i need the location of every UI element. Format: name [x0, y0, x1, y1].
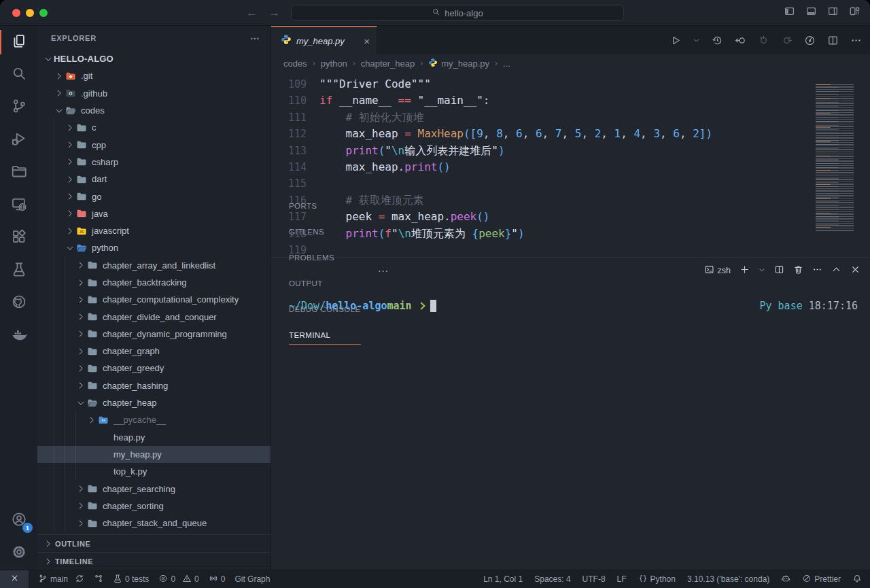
eol[interactable]: LF	[617, 574, 627, 584]
more-actions-icon[interactable]	[850, 35, 862, 46]
tests-indicator[interactable]: 0 tests	[113, 574, 149, 585]
close-window-button[interactable]	[12, 9, 20, 17]
encoding[interactable]: UTF-8	[582, 574, 606, 584]
tree-item--github[interactable]: .github	[37, 85, 271, 102]
zoom-window-button[interactable]	[39, 9, 48, 17]
customize-layout-icon[interactable]	[849, 5, 860, 20]
split-terminal-icon[interactable]	[774, 264, 784, 277]
terminal-controls: zsh	[704, 258, 860, 283]
kill-terminal-icon[interactable]	[793, 264, 803, 277]
activity-docker[interactable]	[0, 319, 37, 352]
terminal-dropdown-icon[interactable]	[759, 266, 765, 275]
breadcrumb-symbol[interactable]: ...	[503, 58, 510, 69]
activity-extensions[interactable]	[0, 222, 37, 254]
tree-item-chapter-sorting[interactable]: chapter_sorting	[37, 498, 271, 515]
command-center-search[interactable]: hello-algo	[291, 5, 624, 21]
history-back-icon[interactable]: ←	[246, 6, 258, 20]
minimap[interactable]	[816, 77, 860, 234]
tab-my-heap[interactable]: my_heap.py ×	[271, 26, 377, 54]
tree-item-chapter-divide-and-conquer[interactable]: chapter_divide_and_conquer	[37, 308, 271, 325]
nav-back-icon[interactable]	[758, 35, 769, 46]
activity-search[interactable]	[0, 58, 37, 91]
history-forward-icon[interactable]: →	[268, 6, 280, 20]
tree-item-chapter-greedy[interactable]: chapter_greedy	[37, 360, 271, 377]
activity-testing[interactable]	[0, 254, 37, 287]
activity-remote-explorer[interactable]	[0, 189, 37, 222]
tree-item-codes[interactable]: codes	[37, 102, 271, 119]
tree-item-top-k-py[interactable]: top_k.py	[37, 463, 271, 480]
tree-item-c[interactable]: c	[37, 119, 271, 136]
activity-github[interactable]	[0, 287, 37, 319]
tree-item-chapter-hashing[interactable]: chapter_hashing	[37, 377, 271, 394]
tree-item-chapter-computational-complexity[interactable]: chapter_computational_complexity	[37, 291, 271, 308]
tree-item-chapter-heap[interactable]: chapter_heap	[37, 394, 271, 411]
file-history-icon[interactable]	[712, 35, 723, 46]
tree-item-chapter-graph[interactable]: chapter_graph	[37, 343, 271, 360]
prettier-status[interactable]: Prettier	[802, 574, 841, 585]
activity-accounts[interactable]: 1	[0, 504, 37, 537]
ports-indicator[interactable]: 0	[209, 574, 226, 585]
gitlens-compare-icon[interactable]	[735, 35, 746, 46]
minimize-window-button[interactable]	[26, 9, 34, 17]
tree-item--pycache-[interactable]: __pycache__	[37, 411, 271, 428]
activity-source-control[interactable]	[0, 91, 37, 124]
activity-project-folder[interactable]	[0, 156, 37, 189]
tree-item-java[interactable]: java	[37, 205, 271, 222]
panel-tabs-more[interactable]: ⋯	[378, 264, 390, 277]
git-graph-button[interactable]: Git Graph	[234, 574, 270, 584]
problems-indicator[interactable]: 00	[158, 574, 198, 585]
terminal[interactable]: ~/Dow/hello-algo main Py base 18:17:16	[271, 283, 870, 570]
profile-icon[interactable]	[804, 35, 816, 46]
cursor-position[interactable]: Ln 1, Col 1	[483, 574, 523, 584]
run-button[interactable]	[669, 35, 681, 46]
breadcrumb-chapter_heap[interactable]: chapter_heap	[361, 58, 415, 69]
close-panel-icon[interactable]	[850, 264, 860, 277]
breadcrumb-codes[interactable]: codes	[283, 58, 307, 69]
branch-indicator[interactable]: main	[38, 574, 84, 585]
nav-forward-icon[interactable]	[781, 35, 793, 46]
layout-panel-icon[interactable]	[805, 5, 817, 20]
language-mode[interactable]: Python	[638, 574, 676, 585]
remote-indicator[interactable]	[0, 570, 29, 588]
explorer-more-actions[interactable]: ⋯	[250, 33, 261, 44]
activity-settings[interactable]	[0, 537, 37, 570]
breadcrumb-file[interactable]: my_heap.py	[428, 58, 489, 69]
notifications-icon[interactable]	[852, 574, 862, 585]
tree-item-hello-algo[interactable]: HELLO-ALGO	[37, 50, 271, 67]
shell-select[interactable]: zsh	[704, 264, 731, 277]
tree-item-dart[interactable]: dart	[37, 171, 271, 188]
maximize-panel-icon[interactable]	[831, 264, 841, 277]
layout-sidebar-left-icon[interactable]	[784, 5, 795, 20]
tree-item-chapter-stack-and-queue[interactable]: chapter_stack_and_queue	[37, 515, 271, 532]
breadcrumb-python[interactable]: python	[321, 58, 347, 69]
split-editor-icon[interactable]	[827, 35, 839, 46]
tree-item-javascript[interactable]: JSjavascript	[37, 222, 271, 239]
tree-item-cpp[interactable]: cpp	[37, 136, 271, 153]
tree-item-chapter-dynamic-programming[interactable]: chapter_dynamic_programming	[37, 326, 271, 343]
git-graph-icon-button[interactable]	[94, 574, 103, 585]
outline-section[interactable]: OUTLINE	[37, 534, 271, 552]
tree-item--git[interactable]: .git	[37, 67, 271, 84]
tree-item-go[interactable]: go	[37, 188, 271, 205]
python-interpreter[interactable]: 3.10.13 ('base': conda)	[687, 574, 769, 584]
new-terminal-icon[interactable]	[740, 264, 750, 277]
panel-tab-ports[interactable]: PORTS	[289, 193, 361, 219]
tree-item-chapter-searching[interactable]: chapter_searching	[37, 480, 271, 497]
tree-item-csharp[interactable]: csharp	[37, 154, 271, 171]
tree-item-python[interactable]: python	[37, 239, 271, 256]
indentation[interactable]: Spaces: 4	[534, 574, 570, 584]
layout-sidebar-right-icon[interactable]	[827, 5, 839, 20]
activity-explorer[interactable]	[0, 26, 37, 58]
tree-item-chapter-array-and-linkedlist[interactable]: chapter_array_and_linkedlist	[37, 257, 271, 274]
panel-tab-problems[interactable]: PROBLEMS	[289, 245, 361, 271]
activity-run-debug[interactable]	[0, 124, 37, 156]
tree-item-heap-py[interactable]: heap.py	[37, 429, 271, 446]
tab-close-icon[interactable]: ×	[364, 35, 370, 47]
tree-item-my-heap-py[interactable]: my_heap.py	[37, 446, 271, 463]
copilot-icon[interactable]	[781, 574, 790, 585]
timeline-section[interactable]: TIMELINE	[37, 552, 271, 570]
tree-item-chapter-backtracking[interactable]: chapter_backtracking	[37, 274, 271, 291]
panel-tab-gitlens[interactable]: GITLENS	[289, 219, 361, 245]
run-dropdown-icon[interactable]	[693, 37, 700, 44]
more-terminal-icon[interactable]	[812, 264, 822, 277]
